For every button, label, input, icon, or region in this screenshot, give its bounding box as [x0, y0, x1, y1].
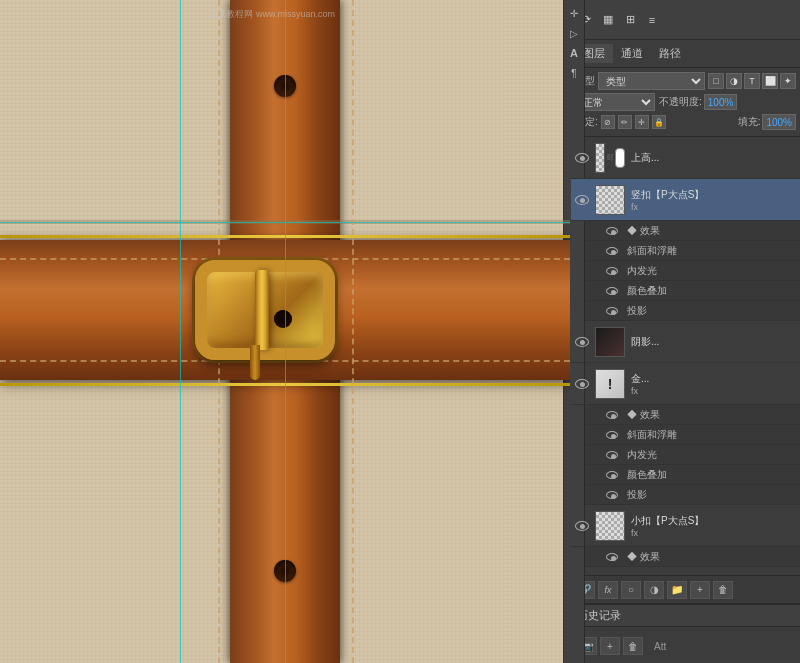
effect-eye-shadow[interactable]	[601, 307, 623, 315]
effect-shadow-zhakou[interactable]: 投影	[571, 301, 800, 321]
eye-icon-shadow-jin	[606, 491, 618, 499]
tool-move[interactable]: ✛	[565, 4, 583, 22]
effect-eye-shadow-jin[interactable]	[601, 491, 623, 499]
effect-name-bevel-jin: 斜面和浮雕	[623, 428, 677, 442]
effect-group-xiaokou[interactable]: ◆ 效果	[571, 547, 800, 567]
effect-innerglow-zhakou[interactable]: 内发光	[571, 261, 800, 281]
effect-name-shadow: 投影	[623, 304, 647, 318]
effect-name-innerglow-jin: 内发光	[623, 448, 657, 462]
filter-icon-shape[interactable]: ⬜	[762, 73, 778, 89]
bottom-adj-icon[interactable]: ◑	[644, 581, 664, 599]
lock-move[interactable]: ✛	[635, 115, 649, 129]
guide-line-vertical-2	[285, 0, 286, 663]
tool-text[interactable]: A	[565, 44, 583, 62]
blend-mode-dropdown[interactable]: 正常	[575, 93, 655, 111]
effect-bevel-zhakou[interactable]: 斜面和浮雕	[571, 241, 800, 261]
effect-innerglow-jin[interactable]: 内发光	[571, 445, 800, 465]
filter-type-dropdown[interactable]: 类型	[598, 72, 705, 90]
toolbar-icon-2[interactable]: ▦	[597, 9, 619, 31]
history-delete-icon[interactable]: 🗑	[623, 637, 643, 655]
tool-crop[interactable]: ¶	[565, 64, 583, 82]
layer-visibility-jin[interactable]	[571, 363, 593, 404]
right-panel: ⟳ ▦ ⊞ ≡ 图层 通道 路径 类型 类型 □ ◑ T ⬜	[570, 0, 800, 663]
guide-line-horizontal-1	[0, 222, 570, 223]
bottom-mask-icon[interactable]: ○	[621, 581, 641, 599]
effect-shadow-jin[interactable]: 投影	[571, 485, 800, 505]
fx-icon-jin: fx	[631, 386, 794, 396]
eye-icon-jin	[575, 379, 589, 389]
canvas-content	[0, 0, 570, 663]
stitch-vertical-right	[352, 0, 354, 663]
lock-transparent[interactable]: ⊘	[601, 115, 615, 129]
layer-visibility-zhakou[interactable]	[571, 179, 593, 220]
toolbar-icon-3[interactable]: ⊞	[619, 9, 641, 31]
layer-thumbnail-zhakou	[595, 185, 625, 215]
opacity-value[interactable]: 100%	[704, 94, 738, 110]
effect-eye-group[interactable]	[601, 227, 623, 235]
effect-name-shadow-jin: 投影	[623, 488, 647, 502]
layers-list[interactable]: ⛓ 上高... 竖扣【P大点S】 fx	[571, 137, 800, 575]
eye-icon-bevel-jin	[606, 431, 618, 439]
tool-select[interactable]: ▷	[565, 24, 583, 42]
layer-visibility-shang[interactable]	[571, 137, 593, 178]
tab-channels[interactable]: 通道	[613, 44, 651, 63]
layer-thumbnail-xiaokou	[595, 511, 625, 541]
layer-thumb-shadow	[593, 321, 627, 362]
filter-icon-adj[interactable]: ◑	[726, 73, 742, 89]
fx-icon-xiaokou: fx	[631, 528, 794, 538]
filter-icon-pixel[interactable]: □	[708, 73, 724, 89]
buckle-prong	[250, 345, 260, 380]
tab-paths[interactable]: 路径	[651, 44, 689, 63]
effect-bevel-jin[interactable]: 斜面和浮雕	[571, 425, 800, 445]
filter-icon-smart[interactable]: ✦	[780, 73, 796, 89]
history-new-icon[interactable]: +	[600, 637, 620, 655]
effect-group-zhakou[interactable]: ◆ 效果	[571, 221, 800, 241]
layer-visibility-shadow[interactable]	[571, 321, 593, 362]
layer-item-shang[interactable]: ⛓ 上高...	[571, 137, 800, 179]
bottom-delete-icon[interactable]: 🗑	[713, 581, 733, 599]
fx-icon-zhakou: fx	[631, 202, 794, 212]
layer-item-zhakou[interactable]: 竖扣【P大点S】 fx	[571, 179, 800, 221]
layer-item-xiaokou[interactable]: 小扣【P大点S】 fx	[571, 505, 800, 547]
layer-name-shang: 上高...	[631, 151, 796, 165]
history-panel: 历史记录 📷 + 🗑 Att	[571, 603, 800, 663]
effect-eye-coloroverlay[interactable]	[601, 287, 623, 295]
effect-eye-group-xiaokou[interactable]	[601, 553, 623, 561]
effect-eye-bevel-jin[interactable]	[601, 431, 623, 439]
effect-coloroverlay-jin[interactable]: 颜色叠加	[571, 465, 800, 485]
eye-icon-coloroverlay	[606, 287, 618, 295]
bottom-group-icon[interactable]: 📁	[667, 581, 687, 599]
effect-eye-bevel[interactable]	[601, 247, 623, 255]
effect-coloroverlay-zhakou[interactable]: 颜色叠加	[571, 281, 800, 301]
bottom-new-icon[interactable]: +	[690, 581, 710, 599]
effect-eye-group-jin[interactable]	[601, 411, 623, 419]
filter-icon-text[interactable]: T	[744, 73, 760, 89]
bottom-fx-icon[interactable]: fx	[598, 581, 618, 599]
layer-visibility-xiaokou[interactable]	[571, 505, 593, 546]
layer-item-jin[interactable]: ! 金... fx	[571, 363, 800, 405]
lock-all[interactable]: 🔒	[652, 115, 666, 129]
effect-group-jin[interactable]: ◆ 效果	[571, 405, 800, 425]
effect-name-coloroverlay-jin: 颜色叠加	[623, 468, 667, 482]
watermark: 思缘教程网 www.missyuan.com	[208, 8, 335, 21]
eye-icon-innerglow-jin	[606, 451, 618, 459]
buckle	[195, 260, 335, 380]
layer-info-jin: 金... fx	[627, 363, 800, 404]
effect-eye-innerglow-jin[interactable]	[601, 451, 623, 459]
eye-icon-effect-group-xiaokou	[606, 553, 618, 561]
layers-bottom-toolbar: 🔗 fx ○ ◑ 📁 + 🗑	[571, 575, 800, 603]
eye-icon-effect-group	[606, 227, 618, 235]
effect-eye-coloroverlay-jin[interactable]	[601, 471, 623, 479]
layer-thumb-jin: !	[593, 363, 627, 404]
layer-thumb-xiaokou	[593, 505, 627, 546]
att-label: Att	[654, 641, 666, 652]
toolbar-icon-4[interactable]: ≡	[641, 9, 663, 31]
fill-value[interactable]: 100%	[762, 114, 796, 130]
layer-item-shadow[interactable]: 阴影...	[571, 321, 800, 363]
effect-eye-innerglow[interactable]	[601, 267, 623, 275]
lock-paint[interactable]: ✏	[618, 115, 632, 129]
tabs-row: 图层 通道 路径	[571, 40, 800, 68]
layers-controls: 类型 类型 □ ◑ T ⬜ ✦ 正常 不透明度: 100%	[571, 68, 800, 137]
eye-icon-innerglow	[606, 267, 618, 275]
layer-name-jin: 金...	[631, 372, 796, 386]
